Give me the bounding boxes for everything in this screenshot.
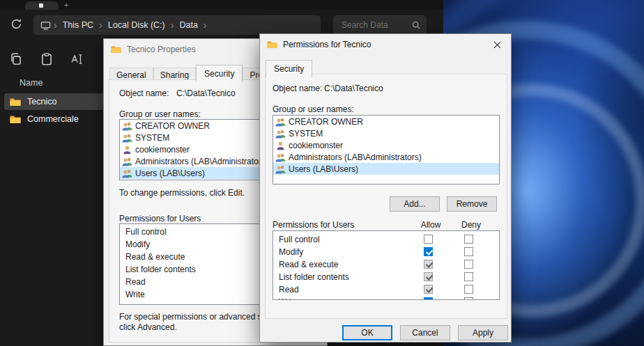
breadcrumb-chevron-icon: › (202, 21, 208, 29)
permissions-table[interactable]: Full controlModifyRead & executeList fol… (273, 230, 500, 300)
permission-row[interactable]: List folder contents (273, 271, 499, 283)
permission-name: List folder contents (125, 265, 196, 274)
permission-name: Read & execute (279, 260, 338, 269)
breadcrumb-item[interactable]: Data (175, 20, 201, 30)
cancel-button[interactable]: Cancel (400, 325, 450, 340)
group-name: SYSTEM (135, 133, 169, 143)
permission-name: Modify (125, 239, 150, 249)
address-bar[interactable]: ›This PC›Local Disk (C:)›Data› (33, 15, 321, 35)
permission-name: Write (279, 297, 298, 300)
group-item[interactable]: Administrators (LAB\Administrators) (273, 151, 499, 163)
group-item[interactable]: SYSTEM (273, 127, 499, 139)
remove-button[interactable]: Remove (447, 196, 497, 212)
search-input[interactable] (340, 19, 411, 31)
permission-row[interactable]: Read (273, 283, 499, 296)
permission-row[interactable]: Full control (273, 233, 499, 246)
breadcrumb: ›This PC›Local Disk (C:)›Data› (52, 20, 208, 30)
object-name-label: Object name: (273, 84, 322, 93)
allow-checkbox[interactable] (424, 285, 433, 294)
tab-security[interactable]: Security (196, 65, 243, 82)
permission-row[interactable]: Modify (273, 246, 499, 258)
dialog-title: Permissions for Tecnico (283, 40, 371, 49)
rename-icon[interactable] (68, 52, 86, 68)
group-item[interactable]: cookiemonster (273, 139, 499, 151)
refresh-icon[interactable] (8, 17, 24, 33)
group-name: cookiemonster (289, 141, 343, 150)
copy-icon[interactable] (7, 52, 25, 68)
allow-checkbox[interactable] (424, 260, 433, 269)
group-item[interactable]: CREATOR OWNER (273, 116, 499, 127)
perms-tabs: Security (266, 60, 312, 77)
permission-name: Write (125, 290, 145, 299)
permission-name: Full control (125, 227, 167, 237)
tab-favicon-icon (39, 3, 43, 8)
folder-icon (111, 45, 121, 54)
explorer-tab[interactable] (25, 1, 59, 10)
breadcrumb-chevron-icon: › (169, 21, 176, 29)
permissions-dialog: Permissions for Tecnico Security Object … (259, 33, 512, 343)
permission-row[interactable]: Read & execute (273, 258, 499, 271)
allow-checkbox[interactable] (424, 297, 433, 300)
object-name-value: C:\Data\Tecnico (176, 88, 236, 98)
permissions-dialog-titlebar[interactable]: Permissions for Tecnico (260, 34, 511, 55)
file-row[interactable]: Tecnico (4, 93, 113, 110)
permission-name: Read & execute (125, 252, 185, 262)
add-button[interactable]: Add... (390, 196, 440, 212)
name-column-header[interactable]: Name (20, 78, 43, 88)
allow-checkbox[interactable] (424, 247, 433, 256)
dialog-title: Tecnico Properties (127, 45, 196, 54)
folder-icon (267, 40, 277, 49)
tab-security[interactable]: Security (266, 60, 312, 77)
permissions-label: Permissions for Users (273, 220, 354, 230)
file-row[interactable]: Commerciale (4, 111, 113, 127)
close-icon[interactable] (486, 38, 507, 52)
permission-name: Full control (279, 235, 320, 244)
object-name-label: Object name: (119, 88, 169, 98)
allow-checkbox[interactable] (424, 272, 433, 281)
group-item[interactable]: Users (LAB\Users) (273, 163, 499, 175)
ok-button[interactable]: OK (342, 325, 392, 340)
group-icon (122, 157, 132, 166)
group-icon (275, 164, 286, 174)
explorer-tab-strip: + (0, 0, 443, 10)
group-name: CREATOR OWNER (135, 121, 210, 131)
deny-checkbox[interactable] (464, 247, 473, 256)
group-icon (122, 121, 132, 131)
user-icon (275, 141, 286, 150)
new-tab-button[interactable]: + (64, 0, 68, 10)
permission-name: List folder contents (279, 272, 349, 282)
object-name-value: C:\Data\Tecnico (324, 84, 383, 93)
group-icon (275, 152, 286, 162)
this-pc-icon (40, 20, 51, 31)
apply-button[interactable]: Apply (458, 325, 508, 340)
group-name: Administrators (LAB\Administrators) (135, 157, 268, 166)
permissions-label: Permissions for Users (119, 214, 201, 223)
perm-group-list[interactable]: CREATOR OWNERSYSTEMcookiemonsterAdminist… (273, 115, 500, 184)
search-box[interactable] (333, 15, 427, 35)
breadcrumb-chevron-icon: › (52, 21, 59, 29)
breadcrumb-item[interactable]: This PC (59, 20, 98, 30)
deny-checkbox[interactable] (464, 297, 473, 300)
permission-row[interactable]: Write (273, 296, 499, 300)
group-icon (275, 129, 286, 139)
folder-icon (10, 97, 21, 107)
group-icon (122, 133, 132, 143)
allow-checkbox[interactable] (424, 235, 433, 244)
deny-checkbox[interactable] (464, 260, 473, 269)
group-list-label: Group or user names: (119, 109, 201, 119)
user-icon (122, 145, 132, 155)
file-name: Tecnico (27, 97, 56, 107)
deny-checkbox[interactable] (464, 235, 473, 244)
group-name: Administrators (LAB\Administrators) (289, 152, 422, 162)
deny-column-header: Deny (455, 220, 487, 230)
breadcrumb-item[interactable]: Local Disk (C:) (104, 20, 169, 30)
group-name: Users (LAB\Users) (289, 164, 358, 174)
deny-checkbox[interactable] (464, 285, 473, 294)
group-icon (122, 168, 132, 178)
file-list: TecnicoCommerciale (4, 93, 113, 128)
group-name: cookiemonster (135, 145, 190, 155)
group-name: Users (LAB\Users) (135, 168, 205, 178)
search-icon (411, 20, 421, 30)
deny-checkbox[interactable] (464, 272, 473, 281)
paste-icon[interactable] (38, 52, 56, 68)
